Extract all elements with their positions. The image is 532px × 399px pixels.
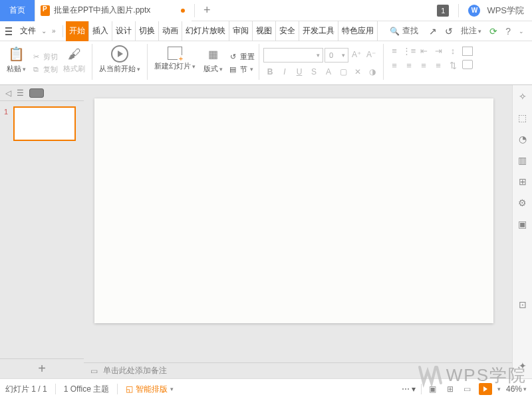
cut-button[interactable]: ✂剪切 xyxy=(31,52,58,62)
share-icon[interactable]: ↗ xyxy=(429,26,437,37)
tab-review[interactable]: 审阅 xyxy=(229,21,253,41)
property-icon[interactable]: ⊡ xyxy=(517,299,529,311)
underline-button[interactable]: U xyxy=(293,65,306,78)
tab-special[interactable]: 特色应用 xyxy=(338,21,378,41)
slideshow-dropdown-icon[interactable]: ▾ xyxy=(497,386,501,392)
slide-canvas[interactable] xyxy=(94,98,493,323)
section-button[interactable]: ▤节▾ xyxy=(228,65,255,74)
file-dropdown-icon[interactable]: ⌄ xyxy=(41,27,51,35)
wps-logo-icon: W xyxy=(468,5,480,17)
tab-view[interactable]: 视图 xyxy=(253,21,276,41)
separator xyxy=(147,44,148,80)
font-effects-button[interactable]: ◑ xyxy=(366,65,379,78)
tab-security[interactable]: 安全 xyxy=(276,21,299,41)
scissors-icon: ✂ xyxy=(31,52,41,61)
zoom-control[interactable]: 46% ▾ xyxy=(506,384,527,394)
increase-font-button[interactable]: A⁺ xyxy=(350,48,363,61)
assets-icon[interactable]: ◔ xyxy=(517,133,529,145)
indent-increase-button[interactable]: ⇥ xyxy=(432,44,445,57)
indent-decrease-button[interactable]: ⇤ xyxy=(417,44,430,57)
hamburger-menu-icon[interactable] xyxy=(3,27,15,35)
font-size-combo[interactable]: 0▾ xyxy=(325,48,348,63)
comments-button[interactable]: 批注▾ xyxy=(461,25,481,37)
history-icon[interactable]: ↺ xyxy=(445,26,453,37)
font-family-combo[interactable]: ▾ xyxy=(263,48,323,63)
chart-icon[interactable]: ▥ xyxy=(517,154,529,166)
sorter-view-button[interactable]: ⊞ xyxy=(444,383,456,395)
tab-slideshow[interactable]: 幻灯片放映 xyxy=(182,21,229,41)
sync-icon[interactable]: ⟳ xyxy=(489,26,497,37)
tab-home[interactable]: 开始 xyxy=(66,21,89,41)
overflow-icon[interactable]: » xyxy=(52,27,60,35)
panel-back-icon[interactable]: ◁ xyxy=(5,88,11,98)
home-tab[interactable]: 首页 xyxy=(0,0,35,21)
collapse-ribbon-icon[interactable]: ⌄ xyxy=(519,28,524,35)
slide-thumbnail-1[interactable] xyxy=(13,106,76,141)
template-icon[interactable]: ⬚ xyxy=(517,112,529,124)
from-current-button[interactable]: 从当前开始▾ xyxy=(99,45,140,74)
italic-button[interactable]: I xyxy=(278,65,291,78)
sparkle-icon[interactable]: ✧ xyxy=(517,90,529,102)
notes-input[interactable]: ▭ 单击此处添加备注 xyxy=(84,362,512,378)
brand-label[interactable]: WPS学院 xyxy=(487,5,524,17)
align-center-button[interactable]: ≡ xyxy=(402,59,416,72)
tab-design[interactable]: 设计 xyxy=(112,21,136,41)
align-left-button[interactable]: ≡ xyxy=(388,59,401,72)
clear-format-button[interactable]: ✕ xyxy=(351,65,364,78)
slideshow-button[interactable] xyxy=(479,383,492,395)
text-direction-button[interactable]: ⇅ xyxy=(446,59,460,72)
search-button[interactable]: 🔍 查找 xyxy=(384,25,424,37)
help-icon[interactable]: ? xyxy=(505,26,511,37)
new-tab-button[interactable]: + xyxy=(198,1,216,20)
slide-canvas-area[interactable]: ▭ 单击此处添加备注 xyxy=(84,85,512,378)
shapes-group xyxy=(462,44,473,82)
image-icon[interactable]: ▣ xyxy=(517,218,529,230)
separator xyxy=(259,44,259,80)
format-painter-button[interactable]: 🖌 格式刷 xyxy=(63,45,85,74)
tab-insert[interactable]: 插入 xyxy=(89,21,112,41)
tab-transitions[interactable]: 切换 xyxy=(136,21,159,41)
tab-devtools[interactable]: 开发工具 xyxy=(299,21,338,41)
highlight-button[interactable]: ▢ xyxy=(336,65,350,78)
notes-toggle-button[interactable]: ⋯ ▾ xyxy=(402,384,416,394)
copy-button[interactable]: ⧉复制 xyxy=(31,65,58,74)
line-spacing-button[interactable]: ↕ xyxy=(446,44,460,57)
reset-button[interactable]: ↺重置 xyxy=(228,52,255,62)
bold-button[interactable]: B xyxy=(263,65,277,78)
decrease-font-button[interactable]: A⁻ xyxy=(364,48,378,61)
text-box-button[interactable] xyxy=(462,47,473,56)
font-size-value: 0 xyxy=(329,51,333,59)
add-slide-button[interactable]: + xyxy=(0,358,84,378)
menu-bar: 文件 ⌄ » 开始 插入 设计 切换 动画 幻灯片放映 审阅 视图 安全 开发工… xyxy=(0,21,532,41)
outline-view-icon[interactable]: ☰ xyxy=(17,88,24,98)
justify-button[interactable]: ≡ xyxy=(432,59,445,72)
separator xyxy=(55,384,56,394)
new-slide-icon xyxy=(168,47,182,60)
thumbnail-view-icon[interactable] xyxy=(29,88,44,98)
ribbon-tabs: 开始 插入 设计 切换 动画 幻灯片放映 审阅 视图 安全 开发工具 特色应用 xyxy=(66,21,378,41)
align-right-button[interactable]: ≡ xyxy=(417,59,430,72)
document-tab[interactable]: 批量在PPT中插入图片.pptx xyxy=(35,0,192,21)
layout-button[interactable]: ▦ 版式▾ xyxy=(203,45,223,74)
numbering-button[interactable]: ⋮≡ xyxy=(402,44,416,57)
strikethrough-button[interactable]: S xyxy=(307,65,321,78)
shape-button[interactable] xyxy=(462,60,473,69)
bullets-button[interactable]: ≡ xyxy=(388,44,401,57)
reading-view-button[interactable]: ▭ xyxy=(462,383,473,395)
tab-animations[interactable]: 动画 xyxy=(159,21,182,41)
chevron-down-icon: ▾ xyxy=(478,28,481,35)
play-icon xyxy=(483,386,487,392)
settings-icon[interactable]: ⚙ xyxy=(517,197,529,209)
notification-badge[interactable]: 1 xyxy=(437,5,449,17)
font-color-button[interactable]: A xyxy=(322,65,335,78)
notes-icon: ▭ xyxy=(90,366,98,376)
theme-button[interactable]: 1 Office 主题 xyxy=(64,384,109,395)
smart-layout-button[interactable]: ◱ 智能排版 ▾ xyxy=(126,384,174,395)
thumbnail-list[interactable]: 1 xyxy=(0,101,84,358)
paste-button[interactable]: 📋 粘贴▾ xyxy=(7,45,26,74)
tools-icon[interactable]: ✦ xyxy=(517,360,529,372)
new-slide-button[interactable]: 新建幻灯片▾ xyxy=(154,45,196,71)
normal-view-button[interactable]: ▣ xyxy=(427,383,439,395)
apps-icon[interactable]: ⊞ xyxy=(517,176,529,188)
file-menu[interactable]: 文件 xyxy=(16,25,40,37)
